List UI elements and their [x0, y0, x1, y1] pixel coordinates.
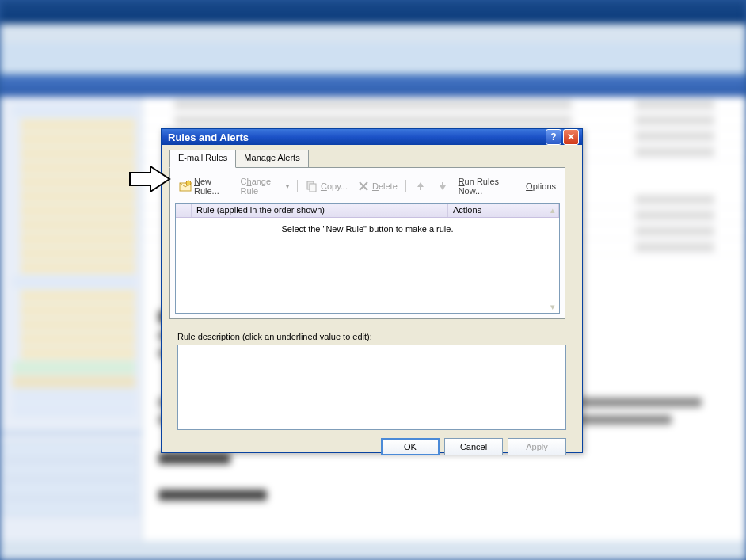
tab-label: E-mail Rules — [178, 153, 227, 162]
rule-list-empty-text: Select the "New Rule" button to make a r… — [176, 218, 559, 240]
move-down-button[interactable] — [432, 177, 453, 195]
rule-list-header: Rule (applied in the order shown) Action… — [176, 204, 559, 218]
rules-toolbar: New Rule... Change Rule ▾ Copy... — [175, 173, 560, 203]
copy-button[interactable]: Copy... — [302, 177, 352, 195]
separator — [297, 180, 298, 192]
scroll-up-icon: ▴ — [547, 204, 558, 215]
change-rule-button[interactable]: Change Rule ▾ — [237, 174, 294, 198]
new-rule-label: New Rule... — [194, 177, 231, 196]
scroll-down-icon: ▾ — [547, 301, 558, 312]
rule-description-label: Rule description (click an underlined va… — [177, 332, 566, 341]
tab-strip: E-mail Rules Manage Alerts — [169, 150, 574, 167]
copy-icon — [306, 180, 318, 192]
options-label: Options — [526, 181, 556, 191]
new-rule-icon — [179, 180, 192, 192]
move-up-button[interactable] — [410, 177, 431, 195]
copy-label: Copy... — [321, 181, 348, 191]
delete-label: Delete — [372, 181, 398, 191]
dialog-titlebar: Rules and Alerts ? ✕ — [162, 129, 582, 145]
new-rule-button[interactable]: New Rule... — [175, 174, 235, 198]
tab-manage-alerts[interactable]: Manage Alerts — [235, 150, 308, 167]
rule-header-name: Rule (applied in the order shown) — [192, 204, 448, 217]
arrow-down-icon — [436, 180, 449, 192]
delete-button[interactable]: Delete — [353, 177, 402, 195]
ok-button[interactable]: OK — [381, 438, 440, 455]
rule-header-actions: Actions — [448, 204, 559, 217]
run-rules-label: Run Rules Now... — [459, 177, 516, 196]
rules-and-alerts-dialog: Rules and Alerts ? ✕ E-mail Rules Manage… — [161, 128, 583, 453]
tab-label: Manage Alerts — [244, 153, 299, 162]
change-rule-label: Change Rule — [241, 177, 284, 196]
separator — [405, 180, 406, 192]
svg-point-1 — [186, 181, 191, 185]
options-button[interactable]: Options — [522, 179, 560, 193]
close-icon: ✕ — [567, 131, 575, 143]
rule-description-box[interactable] — [177, 345, 566, 430]
rule-header-checkbox — [176, 204, 192, 217]
apply-button[interactable]: Apply — [508, 438, 566, 455]
close-button[interactable]: ✕ — [563, 129, 579, 145]
delete-icon — [357, 180, 370, 192]
dialog-button-row: OK Cancel Apply — [169, 430, 574, 455]
svg-rect-3 — [310, 184, 316, 192]
rule-list[interactable]: Rule (applied in the order shown) Action… — [175, 203, 560, 314]
cancel-button[interactable]: Cancel — [444, 438, 503, 455]
arrow-up-icon — [414, 180, 427, 192]
run-rules-now-button[interactable]: Run Rules Now... — [455, 174, 520, 198]
annotation-arrow-icon — [127, 165, 173, 193]
tab-panel: New Rule... Change Rule ▾ Copy... — [169, 167, 565, 319]
dialog-title: Rules and Alerts — [168, 131, 544, 143]
dropdown-icon: ▾ — [286, 183, 289, 190]
help-button[interactable]: ? — [546, 129, 561, 145]
tab-email-rules[interactable]: E-mail Rules — [169, 150, 236, 168]
